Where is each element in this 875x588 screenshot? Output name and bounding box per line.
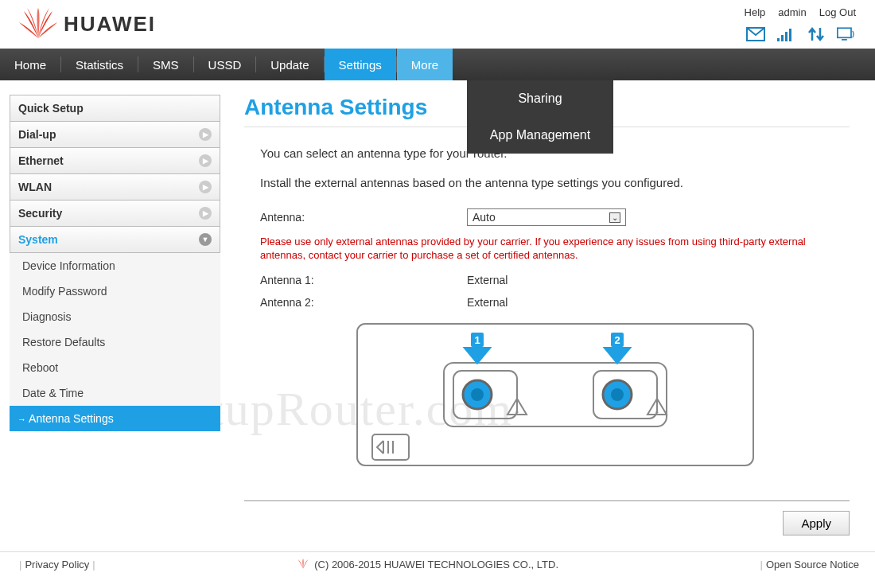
help-link[interactable]: Help [745, 6, 766, 18]
antenna2-value: External [467, 296, 508, 309]
nav-statistics[interactable]: Statistics [61, 49, 138, 80]
svg-point-13 [515, 411, 518, 413]
huawei-logo-icon [297, 559, 309, 570]
sidebar-dialup[interactable]: Dial-up▶ [10, 121, 220, 148]
svg-rect-3 [785, 32, 788, 41]
chevron-down-icon: ▼ [199, 233, 212, 246]
dropdown-sharing[interactable]: Sharing [467, 80, 613, 117]
nav-more[interactable]: More [397, 49, 453, 80]
mail-icon[interactable] [746, 26, 765, 42]
svg-rect-4 [789, 29, 791, 41]
signal-icon [776, 26, 795, 42]
svg-point-11 [471, 388, 484, 401]
sidebar-ethernet[interactable]: Ethernet▶ [10, 147, 220, 174]
sidebar-item-label: WLAN [18, 181, 52, 193]
svg-rect-1 [777, 38, 780, 41]
diagram-badge-2: 2 [614, 334, 620, 346]
brand-text: HUAWEI [64, 12, 156, 37]
nav-update[interactable]: Update [256, 49, 323, 80]
warning-text: Please use only external antennas provid… [260, 236, 850, 263]
apply-button[interactable]: Apply [783, 511, 850, 535]
sidebar-sub-antenna-settings[interactable]: Antenna Settings [10, 406, 220, 431]
footer-oss[interactable]: Open Source Notice [766, 559, 859, 570]
antenna1-value: External [467, 274, 508, 286]
sidebar-security[interactable]: Security▶ [10, 200, 220, 227]
svg-point-16 [611, 388, 624, 401]
footer-privacy[interactable]: Privacy Policy [25, 559, 89, 570]
sidebar-sub-restore-defaults[interactable]: Restore Defaults [10, 329, 220, 355]
main-nav: Home Statistics SMS USSD Update Settings… [0, 49, 875, 80]
chevron-down-icon: ⌄ [609, 212, 620, 223]
sidebar-sub-device-info[interactable]: Device Information [10, 253, 220, 278]
intro-text-2: Install the external antennas based on t… [260, 176, 850, 189]
logout-link[interactable]: Log Out [819, 6, 856, 18]
huawei-logo-icon [19, 8, 57, 41]
monitor-icon [837, 26, 856, 42]
sidebar-item-label: Ethernet [18, 154, 64, 167]
admin-link[interactable]: admin [778, 6, 806, 18]
brand-logo-area: HUAWEI [19, 8, 156, 41]
sidebar-item-label: Security [18, 207, 62, 220]
sidebar-item-label: Dial-up [18, 128, 56, 141]
antenna-select-value: Auto [472, 211, 496, 224]
antenna-label: Antenna: [260, 211, 467, 224]
antenna1-label: Antenna 1: [260, 274, 467, 286]
svg-rect-2 [781, 35, 784, 41]
sidebar-quick-setup[interactable]: Quick Setup [10, 95, 220, 122]
sidebar-sub-diagnosis[interactable]: Diagnosis [10, 304, 220, 329]
footer-copyright: (C) 2006-2015 HUAWEI TECHNOLOGIES CO., L… [314, 559, 558, 570]
chevron-right-icon: ▶ [199, 154, 212, 167]
nav-settings[interactable]: Settings [325, 49, 396, 80]
antenna-select[interactable]: Auto ⌄ [467, 208, 626, 226]
nav-sms[interactable]: SMS [138, 49, 193, 80]
sidebar-system[interactable]: System▼ [10, 226, 220, 253]
nav-ussd[interactable]: USSD [194, 49, 256, 80]
sidebar-sub-reboot[interactable]: Reboot [10, 355, 220, 380]
updown-icon [807, 26, 826, 42]
sidebar-wlan[interactable]: WLAN▶ [10, 173, 220, 201]
more-dropdown: Sharing App Management [467, 80, 613, 154]
dropdown-app-management[interactable]: App Management [467, 117, 613, 154]
sidebar-sub-modify-password[interactable]: Modify Password [10, 278, 220, 304]
antenna2-label: Antenna 2: [260, 296, 467, 309]
sidebar-item-label: System [18, 233, 58, 246]
chevron-right-icon: ▶ [199, 128, 212, 141]
chevron-right-icon: ▶ [199, 207, 212, 220]
svg-rect-6 [842, 39, 847, 41]
chevron-right-icon: ▶ [199, 181, 212, 193]
svg-rect-7 [357, 324, 753, 465]
sidebar-sub-date-time[interactable]: Date & Time [10, 380, 220, 406]
sidebar-item-label: Quick Setup [18, 102, 84, 115]
svg-rect-5 [838, 28, 851, 37]
sidebar: Quick Setup Dial-up▶ Ethernet▶ WLAN▶ Sec… [10, 95, 220, 535]
svg-point-18 [655, 411, 658, 413]
antenna-diagram: 1 2 [356, 323, 754, 469]
nav-home[interactable]: Home [0, 49, 60, 80]
diagram-badge-1: 1 [474, 334, 480, 346]
